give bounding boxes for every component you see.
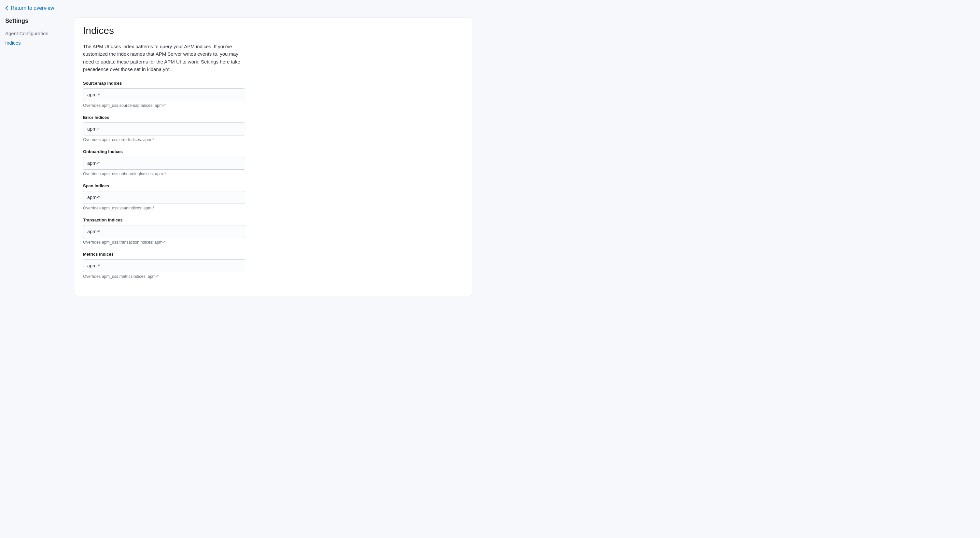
sidebar-item-agent-configuration[interactable]: Agent Configuration <box>5 29 70 38</box>
field-help: Overrides apm_oss.transactionIndices: ap… <box>83 240 246 245</box>
field-label: Error Indices <box>83 115 246 120</box>
field-sourcemap-indices: Sourcemap Indices Overrides apm_oss.sour… <box>83 81 246 108</box>
field-transaction-indices: Transaction Indices Overrides apm_oss.tr… <box>83 218 246 245</box>
field-label: Span Indices <box>83 183 246 188</box>
field-error-indices: Error Indices Overrides apm_oss.errorInd… <box>83 115 246 142</box>
settings-sidebar: Settings Agent Configuration Indices <box>5 18 75 48</box>
field-span-indices: Span Indices Overrides apm_oss.spanIndic… <box>83 183 246 210</box>
sidebar-title: Settings <box>5 18 70 24</box>
metrics-indices-input[interactable] <box>83 259 245 272</box>
field-help: Overrides apm_oss.errorIndices: apm-* <box>83 137 246 142</box>
error-indices-input[interactable] <box>83 123 245 135</box>
field-help: Overrides apm_oss.onboardingIndices: apm… <box>83 172 246 176</box>
transaction-indices-input[interactable] <box>83 225 245 238</box>
span-indices-input[interactable] <box>83 191 245 204</box>
field-metrics-indices: Metrics Indices Overrides apm_oss.metric… <box>83 252 246 279</box>
field-label: Sourcemap Indices <box>83 81 246 86</box>
indices-panel: Indices The APM UI uses index patterns t… <box>75 18 472 296</box>
return-to-overview-label: Return to overview <box>11 5 54 11</box>
field-help: Overrides apm_oss.spanIndices: apm-* <box>83 206 246 210</box>
onboarding-indices-input[interactable] <box>83 157 245 170</box>
field-help: Overrides apm_oss.sourcemapIndices: apm-… <box>83 103 246 108</box>
sidebar-item-indices[interactable]: Indices <box>5 38 70 48</box>
page-title: Indices <box>83 25 464 36</box>
field-label: Onboarding Indices <box>83 149 246 154</box>
return-to-overview-link[interactable]: Return to overview <box>5 5 54 11</box>
field-onboarding-indices: Onboarding Indices Overrides apm_oss.onb… <box>83 149 246 176</box>
sourcemap-indices-input[interactable] <box>83 88 245 101</box>
page-intro: The APM UI uses index patterns to query … <box>83 43 243 73</box>
field-label: Metrics Indices <box>83 252 246 256</box>
chevron-left-icon <box>5 6 8 10</box>
field-label: Transaction Indices <box>83 218 246 223</box>
field-help: Overrides apm_oss.metricsIndices: apm-* <box>83 274 246 279</box>
